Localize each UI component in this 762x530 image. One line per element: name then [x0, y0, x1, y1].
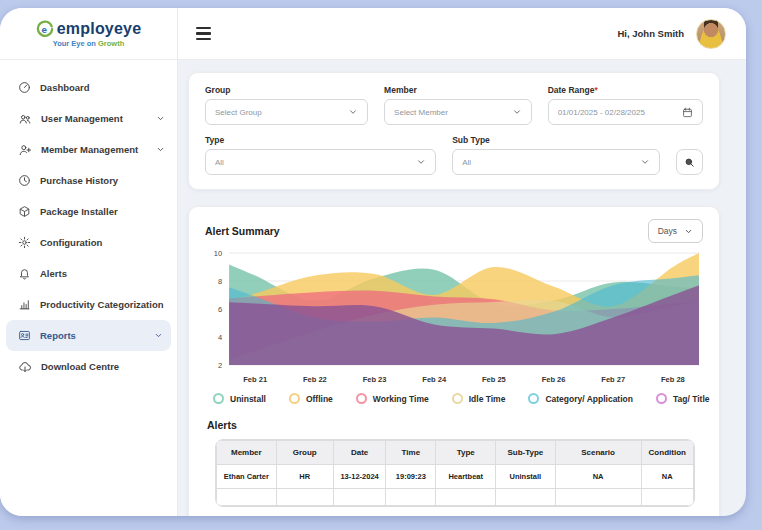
member-add-icon [18, 143, 32, 157]
type-select[interactable]: All [205, 149, 436, 175]
table-row[interactable] [217, 489, 694, 506]
hamburger-menu-icon[interactable] [196, 27, 211, 40]
svg-text:10: 10 [214, 249, 222, 258]
member-label: Member [384, 85, 532, 95]
date-range-input[interactable]: 01/01/2025 - 02/28/2025 [548, 99, 703, 125]
sidebar-menu: Dashboard User Management Member Managem… [0, 60, 177, 382]
legend-item-category-application[interactable]: Category/ Application [528, 393, 633, 404]
sidebar-item-purchase-history[interactable]: Purchase History [0, 165, 177, 196]
clock-icon [18, 174, 31, 187]
bar-chart-icon [18, 298, 31, 311]
alerts-table: Member Group Date Time Type Sub-Type Sce… [215, 439, 695, 507]
sidebar-item-alerts[interactable]: Alerts [0, 258, 177, 289]
col-member: Member [217, 441, 277, 465]
chevron-down-icon [512, 107, 522, 117]
table-row[interactable]: Ethan Carter HR 13-12-2024 19:09:23 Hear… [217, 465, 694, 489]
alerts-table-title: Alerts [207, 419, 703, 431]
sidebar-item-download-centre[interactable]: Download Centre [0, 351, 177, 382]
sidebar-item-package-installer[interactable]: Package Installer [0, 196, 177, 227]
app-window: e employeye Your Eye on Growth Dashboard… [0, 8, 746, 516]
sidebar-item-user-management[interactable]: User Management [0, 103, 177, 134]
svg-text:Feb 28: Feb 28 [661, 375, 685, 384]
svg-text:4: 4 [218, 333, 222, 342]
svg-text:Feb 26: Feb 26 [542, 375, 566, 384]
brand-tagline: Your Eye on Growth [53, 39, 125, 48]
filters-panel: Group Select Group Member Select Member [188, 72, 720, 190]
bell-icon [18, 267, 31, 280]
svg-text:Feb 21: Feb 21 [243, 375, 267, 384]
dashboard-icon [18, 81, 31, 94]
chart-legend: Uninstall Offline Working Time Idle Time… [213, 393, 703, 404]
svg-text:6: 6 [218, 305, 222, 314]
legend-dot-idle-time [452, 393, 463, 404]
svg-text:Feb 23: Feb 23 [363, 375, 387, 384]
svg-text:Feb 25: Feb 25 [482, 375, 506, 384]
svg-text:Feb 27: Feb 27 [601, 375, 625, 384]
date-range-label: Date Range* [548, 85, 703, 95]
user-greeting: Hi, John Smith [618, 28, 685, 39]
group-select[interactable]: Select Group [205, 99, 368, 125]
col-sub-type: Sub-Type [496, 441, 556, 465]
alert-summary-chart: 246810Feb 21Feb 22Feb 23Feb 24Feb 25Feb … [205, 245, 703, 391]
table-header-row: Member Group Date Time Type Sub-Type Sce… [217, 441, 694, 465]
chevron-down-icon [348, 107, 358, 117]
sidebar: e employeye Your Eye on Growth Dashboard… [0, 8, 178, 516]
member-select[interactable]: Select Member [384, 99, 532, 125]
legend-item-tag-title[interactable]: Tag/ Title [656, 393, 710, 404]
topbar: Hi, John Smith [178, 8, 746, 60]
required-asterisk: * [594, 85, 597, 95]
brand-name: employeye [57, 20, 142, 38]
cloud-download-icon [18, 360, 32, 374]
legend-item-uninstall[interactable]: Uninstall [213, 393, 266, 404]
chevron-down-icon[interactable] [156, 145, 165, 154]
legend-dot-offline [289, 393, 300, 404]
group-label: Group [205, 85, 368, 95]
chevron-down-icon[interactable] [154, 331, 163, 340]
content: Group Select Group Member Select Member [178, 60, 746, 516]
svg-text:e: e [41, 23, 47, 34]
range-selector[interactable]: Days [648, 219, 703, 243]
chevron-down-icon[interactable] [156, 114, 165, 123]
type-label: Type [205, 135, 436, 145]
svg-text:Feb 22: Feb 22 [303, 375, 327, 384]
brand-logo: e employeye Your Eye on Growth [0, 8, 177, 60]
avatar[interactable] [696, 19, 726, 49]
sub-type-label: Sub Type [452, 135, 660, 145]
col-time: Time [386, 441, 436, 465]
search-button[interactable] [676, 149, 703, 175]
legend-dot-category-application [528, 393, 539, 404]
legend-dot-uninstall [213, 393, 224, 404]
calendar-icon [682, 107, 693, 118]
alert-summary-title: Alert Summary [205, 225, 280, 237]
users-icon [18, 112, 32, 126]
svg-text:2: 2 [218, 361, 222, 370]
gear-icon [18, 236, 31, 249]
svg-text:8: 8 [218, 277, 222, 286]
eye-logo-icon: e [36, 20, 54, 38]
sub-type-select[interactable]: All [452, 149, 660, 175]
sidebar-item-member-management[interactable]: Member Management [0, 134, 177, 165]
id-card-icon [18, 329, 31, 342]
col-type: Type [436, 441, 496, 465]
sidebar-item-reports[interactable]: Reports [6, 320, 171, 351]
alert-summary-panel: Alert Summary Days 246810Feb 21Feb 22Feb… [188, 206, 720, 516]
sidebar-item-productivity-categorization[interactable]: Productivity Categorization [0, 289, 177, 320]
col-date: Date [333, 441, 385, 465]
svg-text:Feb 24: Feb 24 [422, 375, 447, 384]
chevron-down-icon [416, 157, 426, 167]
legend-dot-tag-title [656, 393, 667, 404]
sidebar-item-dashboard[interactable]: Dashboard [0, 72, 177, 103]
package-icon [18, 205, 31, 218]
legend-dot-working-time [356, 393, 367, 404]
search-icon [684, 157, 695, 168]
legend-item-idle-time[interactable]: Idle Time [452, 393, 506, 404]
col-scenario: Scenario [555, 441, 641, 465]
main-area: Hi, John Smith Group Select Group Member [178, 8, 746, 516]
chevron-down-icon [684, 227, 693, 236]
chevron-down-icon [640, 157, 650, 167]
col-group: Group [276, 441, 333, 465]
legend-item-offline[interactable]: Offline [289, 393, 333, 404]
sidebar-item-configuration[interactable]: Configuration [0, 227, 177, 258]
col-condition: Condition [641, 441, 693, 465]
legend-item-working-time[interactable]: Working Time [356, 393, 429, 404]
